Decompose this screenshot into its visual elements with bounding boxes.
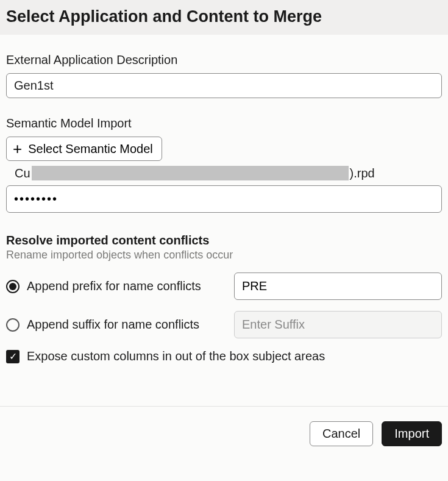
prefix-radio[interactable] [6,280,20,293]
prefix-option-row: Append prefix for name conflicts [6,273,442,300]
expose-columns-label: Expose custom columns in out of the box … [27,349,325,363]
resolve-heading: Resolve imported content conflicts [6,233,442,248]
selected-file-row: Cu ).rpd [6,166,442,180]
filename-suffix: ).rpd [350,166,375,180]
dialog-header: Select Application and Content to Merge [0,0,448,35]
select-semantic-model-label: Select Semantic Model [28,142,153,156]
import-button[interactable]: Import [382,421,442,446]
check-icon: ✓ [9,352,17,362]
external-app-label: External Application Description [6,53,442,67]
suffix-input[interactable] [234,311,442,338]
semantic-import-label: Semantic Model Import [6,116,442,130]
resolve-subheading: Rename imported objects when conflicts o… [6,249,442,262]
dialog-footer: Cancel Import [0,406,448,454]
filename-redacted [32,166,349,180]
filename-prefix: Cu [15,166,30,180]
semantic-password-input[interactable] [6,185,442,213]
cancel-button[interactable]: Cancel [310,421,373,446]
expose-columns-checkbox[interactable]: ✓ [6,350,20,363]
dialog-body: External Application Description Semanti… [0,35,448,369]
external-app-input[interactable] [6,73,442,98]
suffix-radio-label: Append suffix for name conflicts [27,318,234,332]
plus-icon: + [13,141,22,157]
radio-dot-icon [9,283,16,290]
expose-columns-row: ✓ Expose custom columns in out of the bo… [6,349,442,363]
prefix-radio-label: Append prefix for name conflicts [27,279,234,293]
select-semantic-model-button[interactable]: + Select Semantic Model [6,137,162,161]
dialog-title: Select Application and Content to Merge [6,7,442,26]
suffix-radio[interactable] [6,318,20,332]
suffix-option-row: Append suffix for name conflicts [6,311,442,338]
prefix-input[interactable] [234,273,442,300]
